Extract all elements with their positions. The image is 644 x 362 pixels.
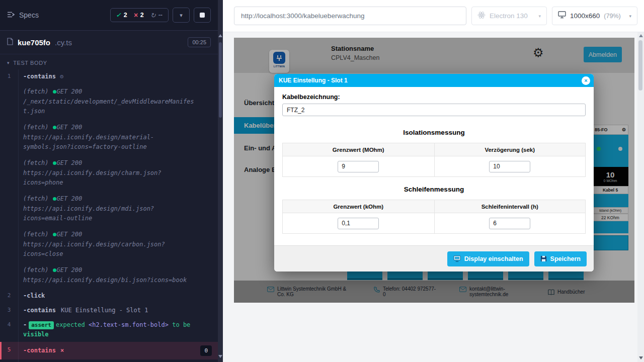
stop-icon (200, 13, 205, 18)
retry-count-badge: 0 (200, 345, 212, 356)
status-dot-icon (53, 268, 56, 272)
scroll-up-icon[interactable] (639, 34, 643, 37)
spec-timer: 00:25 (188, 37, 211, 47)
scroll-down-icon[interactable] (639, 356, 643, 359)
command-click[interactable]: 2 -click (0, 289, 218, 303)
cross-icon: × (134, 11, 138, 19)
reporter-scrollbar[interactable] (218, 0, 223, 362)
isolationsmessung-table: Grenzwert (MOhm) Verzögerung (sek) (282, 143, 586, 177)
fetch-label: (fetch) (23, 124, 49, 131)
test-body-toggle[interactable]: ▾ TEST BODY (0, 54, 218, 69)
chevron-down-icon: ▾ (180, 12, 183, 19)
chevron-down-icon: ▾ (538, 14, 541, 19)
column-header: Grenzwert (kOhm) (283, 200, 434, 213)
fetch-log-row[interactable]: (fetch)GET 200https://api.iconify.design… (0, 155, 218, 191)
fetch-label: (fetch) (23, 88, 49, 95)
refresh-icon: ↻ (150, 12, 156, 19)
browser-label: Electron 130 (490, 12, 528, 20)
kue-settings-modal: KUE Einstellung - Slot 1 × Kabelbezeichn… (274, 74, 594, 272)
test-body-label: TEST BODY (13, 60, 47, 66)
viewport-zoom: (79%) (604, 13, 620, 20)
display-einschalten-button[interactable]: Display einschalten (447, 251, 529, 266)
column-header: Verzögerung (sek) (434, 143, 586, 156)
collapse-button[interactable]: ▾ (173, 8, 190, 23)
assert-selector: <h2.text-sm.font-bold> (89, 321, 169, 328)
command-number: 5 (0, 345, 18, 353)
page-scrollbar[interactable] (637, 32, 644, 362)
aut-stage: LITTWIN Stationsname CPLV4_Maschen ⚙ Abm… (223, 32, 644, 362)
spec-row[interactable]: kue705fo.cy.ts 00:25 (0, 31, 218, 54)
command-number: 2 (0, 291, 18, 299)
grenzwert-mohm-input[interactable] (338, 161, 379, 172)
kabelbezeichnung-label: Kabelbezeichnung: (282, 94, 586, 101)
fetch-log-row[interactable]: (fetch)GET 200https://api.iconify.design… (0, 120, 218, 155)
status-dot-icon (53, 197, 56, 201)
stop-button[interactable] (194, 8, 211, 23)
specs-icon (7, 11, 15, 20)
kabelbezeichnung-input[interactable] (282, 104, 586, 116)
command-argument: KUE Einstellung - Slot 1 (61, 307, 148, 314)
scroll-up-icon[interactable] (218, 34, 222, 37)
spec-ext: .cy.ts (55, 38, 72, 47)
scroll-down-icon[interactable] (218, 355, 222, 358)
command-contains-1[interactable]: 1 -contains⚙ (0, 69, 218, 84)
fetch-label: (fetch) (23, 159, 49, 166)
fetch-log-row[interactable]: (fetch)GET 200https://api.iconify.design… (0, 191, 218, 227)
isolationsmessung-title: Isolationsmessung (282, 129, 586, 136)
fetch-label: (fetch) (23, 195, 49, 202)
status-dot-icon (53, 90, 56, 94)
verzoegerung-sek-input[interactable] (489, 161, 530, 172)
gear-icon: ⚙ (60, 73, 63, 80)
scrollbar-thumb[interactable] (638, 40, 642, 90)
fail-cross-icon: × (60, 346, 64, 355)
save-floppy-icon (540, 255, 547, 262)
cypress-reporter: Specs ✓2 ×2 ↻-- ▾ kue705fo.cy.ts 00:25 ▾… (0, 0, 218, 362)
specs-menu[interactable]: Specs (7, 11, 39, 20)
modal-header: KUE Einstellung - Slot 1 × (274, 74, 594, 87)
schleifenmessung-title: Schleifenmessung (282, 186, 586, 193)
specs-label: Specs (19, 11, 39, 19)
schleifenintervall-input[interactable] (489, 218, 530, 229)
modal-body: Kabelbezeichnung: Isolationsmessung Gren… (274, 87, 594, 234)
fetch-url: https://api.iconify.design/material-symb… (23, 133, 195, 152)
app-viewport: LITTWIN Stationsname CPLV4_Maschen ⚙ Abm… (234, 38, 634, 303)
fetch-label: (fetch) (23, 266, 49, 274)
viewport-selector[interactable]: 1000x660 (79%) ▾ (552, 7, 637, 25)
reporter-header: Specs ✓2 ×2 ↻-- ▾ (0, 0, 218, 31)
fetch-log-row[interactable]: (fetch)GET 200https://api.iconify.design… (0, 262, 218, 289)
url-input[interactable] (234, 7, 466, 25)
fetch-url: https://api.iconify.design/carbon.json?i… (23, 240, 195, 259)
modal-title: KUE Einstellung - Slot 1 (279, 77, 348, 84)
electron-icon (477, 11, 486, 21)
grenzwert-kohm-input[interactable] (338, 218, 379, 229)
fetch-label: (fetch) (23, 231, 49, 238)
command-contains-failed[interactable]: 5 -contains×0 (0, 342, 218, 359)
fetch-url: /_next/static/development/_devMiddleware… (23, 97, 195, 116)
command-assert[interactable]: 4 -assertexpected <h2.text-sm.font-bold>… (0, 318, 218, 342)
fetch-log-row[interactable]: (fetch)GET 200/_next/static/development/… (0, 84, 218, 120)
passed-count: ✓2 (116, 12, 127, 19)
aut-pane: Electron 130 ▾ 1000x660 (79%) ▾ LITTWIN (223, 0, 644, 362)
pending-count: ↻-- (150, 12, 163, 19)
aut-topbar: Electron 130 ▾ 1000x660 (79%) ▾ (223, 0, 644, 32)
browser-selector[interactable]: Electron 130 ▾ (471, 7, 547, 25)
speichern-button[interactable]: Speichern (534, 251, 587, 266)
modal-footer: Display einschalten Speichern (274, 245, 594, 272)
failed-count: ×2 (134, 11, 144, 19)
close-icon[interactable]: × (582, 76, 590, 85)
scrollbar-thumb[interactable] (219, 42, 222, 118)
fetch-url: https://api.iconify.design/charm.json?ic… (23, 168, 195, 188)
fetch-url: https://api.iconify.design/mdi.json?icon… (23, 204, 195, 223)
command-log: 1 -contains⚙ (fetch)GET 200/_next/static… (0, 69, 218, 362)
command-contains-3[interactable]: 3 -containsKUE Einstellung - Slot 1 (0, 303, 218, 318)
test-stats: ✓2 ×2 ↻-- (110, 8, 169, 22)
fetch-log-row[interactable]: (fetch)GET 200https://api.iconify.design… (0, 227, 218, 262)
column-header: Grenzwert (MOhm) (283, 143, 434, 156)
page: Specs ✓2 ×2 ↻-- ▾ kue705fo.cy.ts 00:25 ▾… (0, 0, 644, 362)
display-icon (453, 255, 461, 262)
chevron-down-icon: ▾ (629, 14, 631, 19)
command-number: 4 (0, 320, 18, 328)
spec-file-icon (7, 38, 13, 47)
status-dot-icon (53, 126, 56, 129)
status-dot-icon (53, 233, 56, 236)
